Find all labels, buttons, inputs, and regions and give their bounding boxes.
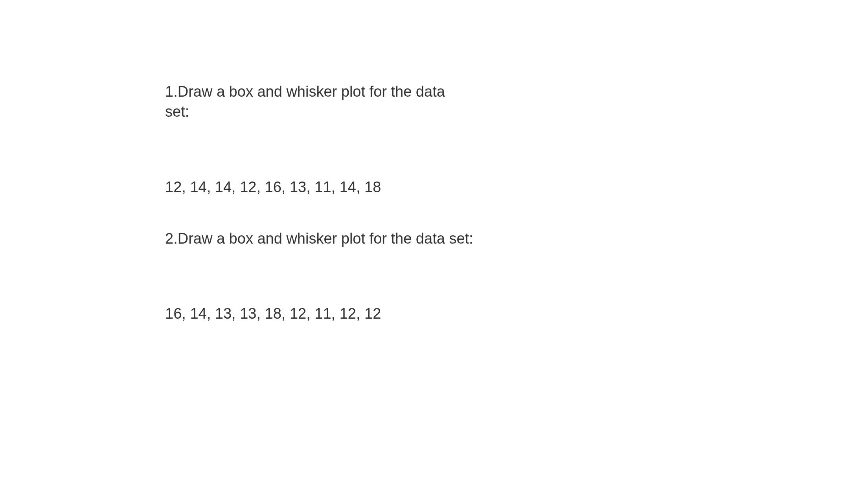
question-1-prompt-line1: 1.Draw a box and whisker plot for the da… — [165, 82, 558, 102]
question-1-prompt-line2: set: — [165, 102, 558, 122]
question-2-prompt: 2.Draw a box and whisker plot for the da… — [165, 229, 558, 249]
question-1-data: 12, 14, 14, 12, 16, 13, 11, 14, 18 — [165, 177, 558, 197]
question-2-data: 16, 14, 13, 13, 18, 12, 11, 12, 12 — [165, 304, 558, 324]
document-content: 1.Draw a box and whisker plot for the da… — [165, 82, 558, 324]
